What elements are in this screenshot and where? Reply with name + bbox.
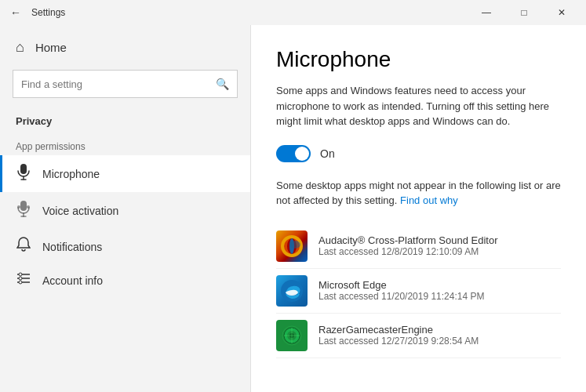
app-permissions-label: App permissions — [0, 133, 250, 155]
audacity-name: Audacity® Cross-Platform Sound Editor — [318, 234, 498, 246]
app-list: Audacity® Cross-Platform Sound Editor La… — [276, 224, 561, 358]
privacy-label: Privacy — [0, 104, 250, 133]
account-info-icon — [16, 272, 31, 289]
sidebar-item-notifications[interactable]: Notifications — [0, 229, 250, 264]
svg-point-13 — [19, 281, 22, 284]
content-area: Microphone Some apps and Windows feature… — [251, 25, 586, 392]
audacity-info: Audacity® Cross-Platform Sound Editor La… — [318, 234, 498, 257]
home-icon: ⌂ — [16, 39, 24, 56]
razer-name: RazerGamecasterEngine — [318, 324, 479, 336]
minimize-button[interactable]: — — [468, 0, 504, 25]
razer-info: RazerGamecasterEngine Last accessed 12/2… — [318, 324, 479, 347]
svg-point-11 — [19, 273, 22, 276]
page-description: Some apps and Windows features need to a… — [276, 83, 559, 129]
toggle-row: On — [276, 145, 561, 162]
svg-point-6 — [17, 205, 20, 209]
find-out-link[interactable]: Find out why — [400, 194, 458, 206]
sidebar-item-voice-activation[interactable]: Voice activation — [0, 192, 250, 229]
svg-rect-3 — [20, 201, 27, 211]
razer-icon — [276, 320, 308, 351]
title-bar: ← Settings — □ ✕ — [0, 0, 586, 25]
toggle-thumb — [295, 147, 309, 161]
audacity-last-access: Last accessed 12/8/2019 12:10:09 AM — [318, 246, 498, 257]
svg-rect-0 — [20, 164, 27, 174]
title-bar-title: Settings — [31, 7, 65, 18]
window-controls: — □ ✕ — [468, 0, 580, 25]
app-item-audacity: Audacity® Cross-Platform Sound Editor La… — [276, 224, 561, 269]
desktop-note: Some desktop apps might not appear in th… — [276, 178, 561, 209]
sidebar-home[interactable]: ⌂ Home — [0, 31, 250, 64]
home-label: Home — [35, 41, 67, 54]
sidebar-item-voice-activation-label: Voice activation — [42, 205, 118, 217]
notifications-icon — [16, 237, 31, 256]
close-button[interactable]: ✕ — [544, 0, 580, 25]
edge-last-access: Last accessed 11/20/2019 11:24:14 PM — [318, 291, 484, 302]
razer-last-access: Last accessed 12/27/2019 9:28:54 AM — [318, 336, 479, 347]
app-item-edge: Microsoft Edge Last accessed 11/20/2019 … — [276, 269, 561, 314]
sidebar-item-microphone[interactable]: Microphone — [0, 155, 250, 192]
sidebar-item-microphone-label: Microphone — [42, 168, 100, 180]
back-button[interactable]: ← — [6, 3, 25, 22]
search-icon: 🔍 — [216, 78, 229, 90]
edge-icon — [276, 275, 308, 307]
svg-point-12 — [19, 277, 22, 280]
sidebar-item-notifications-label: Notifications — [42, 241, 102, 253]
microphone-toggle[interactable] — [276, 145, 311, 162]
edge-name: Microsoft Edge — [318, 279, 484, 291]
edge-info: Microsoft Edge Last accessed 11/20/2019 … — [318, 279, 484, 302]
toggle-label: On — [320, 147, 335, 160]
sidebar-item-account-info[interactable]: Account info — [0, 264, 250, 296]
maximize-button[interactable]: □ — [506, 0, 542, 25]
voice-activation-icon — [16, 200, 31, 221]
main-layout: ⌂ Home 🔍 Privacy App permissions Microph… — [0, 25, 586, 392]
search-input[interactable] — [21, 78, 216, 90]
microphone-icon — [16, 163, 31, 184]
sidebar-item-account-info-label: Account info — [42, 274, 103, 287]
search-box[interactable]: 🔍 — [13, 70, 238, 98]
svg-point-7 — [27, 205, 30, 209]
svg-point-18 — [289, 241, 300, 249]
audacity-icon — [276, 230, 308, 262]
app-item-razer: RazerGamecasterEngine Last accessed 12/2… — [276, 314, 561, 358]
sidebar: ⌂ Home 🔍 Privacy App permissions Microph… — [0, 25, 251, 392]
page-title: Microphone — [276, 47, 561, 72]
